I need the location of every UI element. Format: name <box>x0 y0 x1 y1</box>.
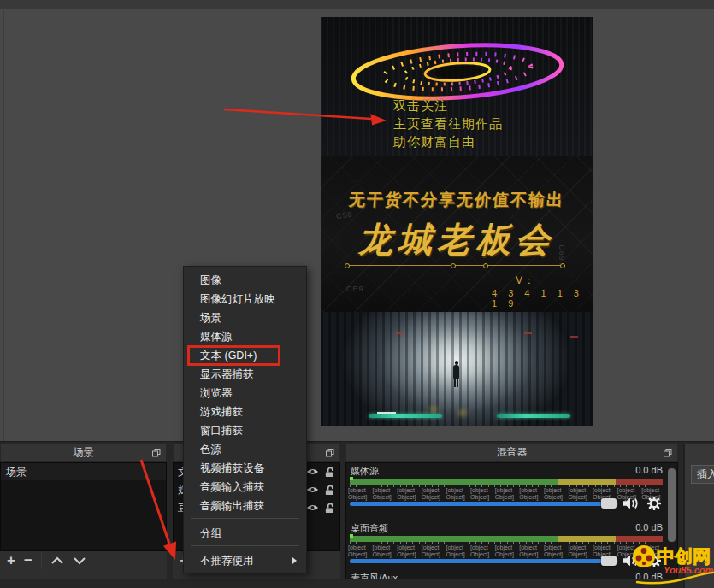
volume-meter <box>350 479 663 485</box>
context-menu-item-label: 音频输出捕获 <box>200 500 264 512</box>
light-glow <box>459 411 466 415</box>
context-menu-item[interactable]: 媒体源 <box>184 327 306 346</box>
tick-label: [object Object] <box>348 487 373 494</box>
meter-scale: [object Object][object Object][object Ob… <box>348 544 666 551</box>
context-menu-item[interactable]: 文本 (GDI+) <box>184 346 306 365</box>
context-menu-item[interactable]: 不推荐使用 <box>184 551 306 570</box>
context-menu-item[interactable]: 窗口捕获 <box>184 421 306 440</box>
unlock-icon[interactable] <box>324 503 335 514</box>
scenes-panel-header: 场景 <box>0 444 167 462</box>
slider-fill <box>350 502 602 506</box>
preview-canvas[interactable]: 双击关注 主页查看往期作品 助你财富自由 C58C69CE9 无干货不分享无价值… <box>0 0 714 442</box>
context-menu-item[interactable]: 游戏捕获 <box>184 403 306 421</box>
tick-label: [object Object] <box>617 544 642 551</box>
gear-icon channel-settings[interactable] <box>647 497 661 510</box>
preview-top-strip <box>0 0 714 9</box>
move-scene-down-button chevron-down-icon[interactable] <box>73 556 86 566</box>
tick-label: [object Object] <box>470 544 495 551</box>
visibility-eye-icon[interactable] <box>306 485 319 494</box>
tick-label: [object Object] <box>617 487 642 494</box>
context-menu-item[interactable]: 场景 <box>184 309 306 327</box>
walking-figure <box>453 365 459 379</box>
context-menu-item[interactable]: 音频输入捕获 <box>184 478 306 497</box>
light-glow <box>430 408 437 411</box>
right-dock-panel: 插入 <box>683 444 714 588</box>
meter-peak-indicator <box>350 534 353 538</box>
slider-handle[interactable] <box>601 498 617 509</box>
tick-label: [object Object] <box>641 544 666 551</box>
context-menu-item-label: 视频捕获设备 <box>200 462 264 474</box>
move-scene-up-button chevron-up-icon[interactable] <box>50 556 64 566</box>
context-menu-item[interactable]: 分组 <box>184 524 306 543</box>
volume-slider[interactable] <box>350 502 618 506</box>
hud-red-dash <box>524 332 532 334</box>
context-menu-item[interactable]: 浏览器 <box>184 384 306 403</box>
gear-icon channel-settings[interactable] <box>647 554 661 567</box>
meter-scale: [object Object][object Object][object Ob… <box>348 487 666 494</box>
speaker-icon mute-toggle[interactable] <box>622 497 639 510</box>
channel-name: 媒体源 <box>351 465 379 478</box>
tick-label: [object Object] <box>422 544 446 551</box>
context-menu-item-label: 图像幻灯片放映 <box>200 293 275 305</box>
video-section-title-card: C58C69CE9 无干货不分享无价值不输出 龙城老板会 V： 4 3 4 1 … <box>321 156 593 312</box>
tick-label: [object Object] <box>397 544 422 551</box>
tick-label: [object Object] <box>544 544 569 551</box>
unlock-icon[interactable] <box>324 485 335 496</box>
tick-label: [object Object] <box>397 487 422 494</box>
insert-button[interactable]: 插入 <box>691 465 714 484</box>
context-menu-item[interactable] <box>184 545 306 551</box>
scenes-toolbar: + − <box>0 550 167 571</box>
tick-label: [object Object] <box>641 487 666 494</box>
context-menu-item-label: 音频输入捕获 <box>200 481 264 493</box>
remove-scene-button minus-icon[interactable]: − <box>24 553 32 568</box>
context-menu-item[interactable]: 视频捕获设备 <box>184 459 306 478</box>
slogan-text: 无干货不分享无价值不输出 <box>321 189 593 211</box>
mixer-channel: 麦克风/Aux 0.0 dB [object Object][object Ob… <box>346 572 677 579</box>
mixer-scrollbar[interactable] <box>668 468 676 542</box>
channel-db-value: 0.0 dB <box>635 522 663 532</box>
mixer-channel: 桌面音频 0.0 dB [object Object][object Objec… <box>346 522 677 567</box>
context-menu-item[interactable] <box>184 518 306 524</box>
hud-red-dash <box>396 332 404 334</box>
toolbar-separator <box>41 552 42 569</box>
dock-float-icon[interactable] <box>326 449 334 457</box>
scenes-panel-title: 场景 <box>74 446 94 458</box>
context-menu-item[interactable]: 图像 <box>184 271 306 290</box>
channel-name: 桌面音频 <box>351 522 388 535</box>
add-scene-button plus-icon[interactable]: + <box>7 553 15 568</box>
slider-handle[interactable] <box>601 556 617 566</box>
slider-fill <box>350 559 602 563</box>
video-preview[interactable]: 双击关注 主页查看往期作品 助你财富自由 C58C69CE9 无干货不分享无价值… <box>321 17 593 426</box>
volume-meter <box>350 536 663 542</box>
tick-label: [object Object] <box>593 487 617 494</box>
context-menu-item[interactable]: 色源 <box>184 440 306 459</box>
visibility-eye-icon[interactable] <box>306 467 319 476</box>
mixer-channel: 媒体源 0.0 dB [object Object][object Object… <box>346 465 677 510</box>
tick-label: [object Object] <box>519 487 544 494</box>
dock-float-icon[interactable] <box>664 449 672 457</box>
context-menu-item[interactable]: 显示器捕获 <box>184 365 306 384</box>
dock-float-icon[interactable] <box>152 449 161 457</box>
scene-item[interactable]: 场景 <box>1 463 166 480</box>
contact-v-label: V： <box>516 273 536 288</box>
video-section-forest <box>321 312 593 426</box>
context-menu-item-label: 浏览器 <box>200 387 233 399</box>
context-menu-item-label: 场景 <box>200 312 221 324</box>
context-menu-item-label: 显示器捕获 <box>200 368 254 380</box>
context-menu-item-label: 不推荐使用 <box>200 555 254 567</box>
hud-red-dash <box>570 336 578 338</box>
speaker-icon mute-toggle[interactable] <box>622 554 639 567</box>
mixer-panel-title: 混音器 <box>497 446 528 458</box>
pcb-label: CE9 <box>346 285 364 293</box>
video-section-intro: 双击关注 主页查看往期作品 助你财富自由 <box>321 17 593 156</box>
volume-slider[interactable] <box>350 559 618 563</box>
context-menu-item-label: 文本 (GDI+) <box>200 350 257 362</box>
context-menu-item[interactable]: 音频输出捕获 <box>184 497 306 515</box>
visibility-eye-icon[interactable] <box>306 503 319 512</box>
obs-main-window: 双击关注 主页查看往期作品 助你财富自由 C58C69CE9 无干货不分享无价值… <box>0 0 714 588</box>
tick-label: [object Object] <box>568 487 593 494</box>
tick-label: [object Object] <box>446 487 470 494</box>
tick-label: [object Object] <box>593 544 617 551</box>
unlock-icon[interactable] <box>324 467 335 478</box>
context-menu-item[interactable]: 图像幻灯片放映 <box>184 290 306 309</box>
